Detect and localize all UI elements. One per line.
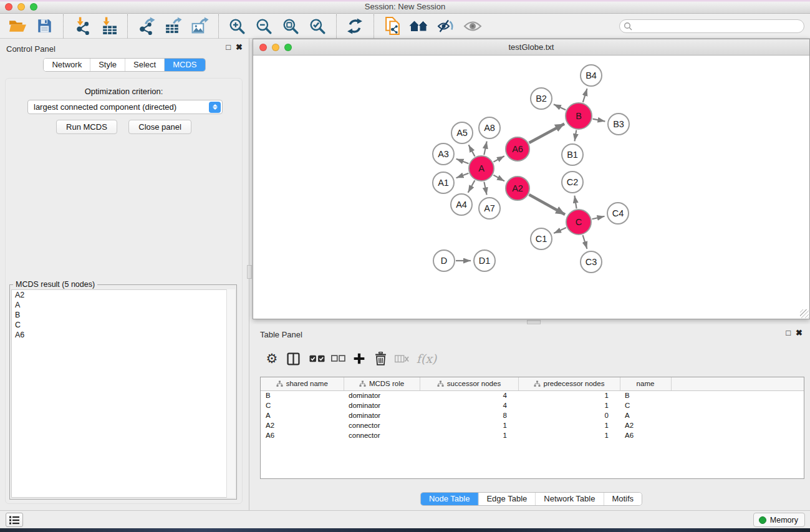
criterion-select[interactable]: largest connected component (directed) [27, 100, 223, 114]
trash-icon[interactable] [370, 348, 391, 369]
zoom-fit-icon[interactable] [279, 16, 302, 37]
node-B1[interactable]: B1 [562, 144, 583, 165]
mcds-result-item[interactable]: C [12, 320, 234, 330]
edge-C-C2[interactable] [574, 196, 576, 209]
edge-B-B3[interactable] [593, 119, 605, 122]
float-panel-icon[interactable]: □ [786, 328, 791, 337]
edge-A6-B[interactable] [529, 123, 565, 143]
import-table-icon[interactable] [97, 16, 120, 37]
node-B4[interactable]: B4 [581, 65, 602, 86]
refresh-icon[interactable] [344, 16, 366, 37]
edge-C-C4[interactable] [592, 216, 605, 219]
add-icon[interactable] [349, 348, 370, 369]
zoom-out-icon[interactable] [253, 16, 275, 37]
edge-C-C3[interactable] [583, 235, 587, 249]
export-network-icon[interactable] [135, 16, 157, 37]
edge-A-A2[interactable] [493, 175, 504, 181]
search-input[interactable] [619, 19, 804, 33]
horizontal-divider-handle[interactable] [527, 320, 541, 324]
node-D[interactable]: D [433, 250, 455, 271]
select-all-icon[interactable] [306, 348, 327, 369]
eye-pen-icon[interactable] [435, 16, 457, 37]
edge-A2-C[interactable] [529, 195, 565, 215]
tab-select[interactable]: Select [125, 59, 164, 71]
node-A8[interactable]: A8 [479, 117, 500, 138]
close-panel-icon[interactable]: ✖ [796, 328, 803, 337]
node-D1[interactable]: D1 [474, 250, 495, 271]
table-row[interactable]: A2connector11A2 [261, 420, 804, 430]
edge-A-A5[interactable] [469, 145, 475, 156]
import-network-icon[interactable] [70, 16, 93, 37]
save-session-icon[interactable] [33, 16, 55, 37]
deselect-all-icon[interactable] [327, 348, 349, 369]
node-C2[interactable]: C2 [562, 172, 583, 193]
table-row[interactable]: Adominator80A [261, 410, 804, 420]
node-B[interactable]: B [566, 103, 592, 129]
node-C1[interactable]: C1 [531, 228, 552, 249]
node-B3[interactable]: B3 [608, 114, 629, 135]
node-C4[interactable]: C4 [607, 203, 629, 224]
node-C[interactable]: C [566, 210, 591, 235]
tab-network-table[interactable]: Network Table [535, 493, 603, 505]
column-header-shared-name[interactable]: shared name [261, 377, 344, 390]
toolbar-separator [63, 14, 64, 38]
node-A2[interactable]: A2 [506, 177, 529, 200]
vertical-divider-handle[interactable] [247, 265, 252, 279]
edge-A-A1[interactable] [456, 173, 469, 178]
mcds-result-item[interactable]: A [12, 300, 234, 310]
edge-A-A6[interactable] [493, 156, 504, 162]
node-B2[interactable]: B2 [531, 88, 552, 109]
tab-motifs[interactable]: Motifs [603, 493, 642, 505]
edge-B-B1[interactable] [575, 130, 577, 142]
task-history-button[interactable] [6, 513, 23, 527]
edge-A-A4[interactable] [468, 180, 475, 192]
edge-A-A7[interactable] [484, 182, 486, 195]
node-A[interactable]: A [469, 156, 494, 181]
node-A1[interactable]: A1 [433, 172, 454, 193]
column-header-MCDS-role[interactable]: MCDS role [344, 377, 420, 390]
node-A5[interactable]: A5 [451, 122, 473, 143]
gear-icon[interactable]: ⚙ [261, 348, 282, 369]
tab-edge-table[interactable]: Edge Table [478, 493, 535, 505]
table-row[interactable]: Cdominator41C [261, 400, 804, 410]
node-A4[interactable]: A4 [451, 194, 472, 215]
edge-C-C1[interactable] [554, 228, 566, 233]
zoom-selected-icon[interactable] [306, 16, 329, 37]
export-table-icon[interactable] [162, 16, 184, 37]
float-panel-icon[interactable]: □ [226, 42, 231, 52]
column-header-predecessor-nodes[interactable]: predecessor nodes [518, 377, 620, 390]
mcds-result-item[interactable]: A6 [12, 330, 234, 340]
open-session-icon[interactable] [6, 16, 29, 37]
tab-network[interactable]: Network [44, 59, 90, 71]
tab-node-table[interactable]: Node Table [421, 493, 478, 505]
table-row[interactable]: A6connector11A6 [261, 430, 804, 440]
node-A6[interactable]: A6 [506, 137, 529, 161]
edge-A-A3[interactable] [456, 159, 469, 163]
network-canvas[interactable]: B4B2BB3A8A5A6B1A3AA1C2A2A4A7C4CC1C3DD1 [253, 56, 809, 319]
edge-B-B4[interactable] [583, 89, 587, 102]
zoom-in-icon[interactable] [226, 16, 248, 37]
close-panel-button[interactable]: Close panel [128, 120, 191, 134]
export-image-icon[interactable] [188, 16, 211, 37]
resize-grip[interactable] [800, 309, 809, 318]
edge-A-A8[interactable] [484, 142, 486, 155]
table-row[interactable]: Bdominator41B [261, 390, 804, 400]
column-header-successor-nodes[interactable]: successor nodes [420, 377, 518, 390]
column-settings-icon[interactable] [282, 348, 304, 369]
mcds-result-item[interactable]: A2 [12, 290, 234, 300]
duplicate-network-icon[interactable] [381, 16, 403, 37]
node-A3[interactable]: A3 [433, 143, 454, 165]
homes-icon[interactable] [408, 16, 430, 37]
mcds-result-item[interactable]: B [12, 310, 234, 320]
memory-button[interactable]: Memory [753, 513, 805, 527]
node-C3[interactable]: C3 [581, 251, 602, 273]
close-panel-icon[interactable]: ✖ [236, 42, 243, 52]
mcds-result-scrollbar[interactable] [226, 289, 235, 498]
network-window-titlebar[interactable]: testGlobe.txt [253, 39, 809, 56]
edge-B-B2[interactable] [554, 104, 566, 110]
node-A7[interactable]: A7 [479, 198, 500, 219]
run-mcds-button[interactable]: Run MCDS [56, 120, 117, 134]
tab-style[interactable]: Style [90, 59, 125, 71]
tab-mcds[interactable]: MCDS [164, 59, 205, 71]
column-header-name[interactable]: name [620, 377, 671, 390]
